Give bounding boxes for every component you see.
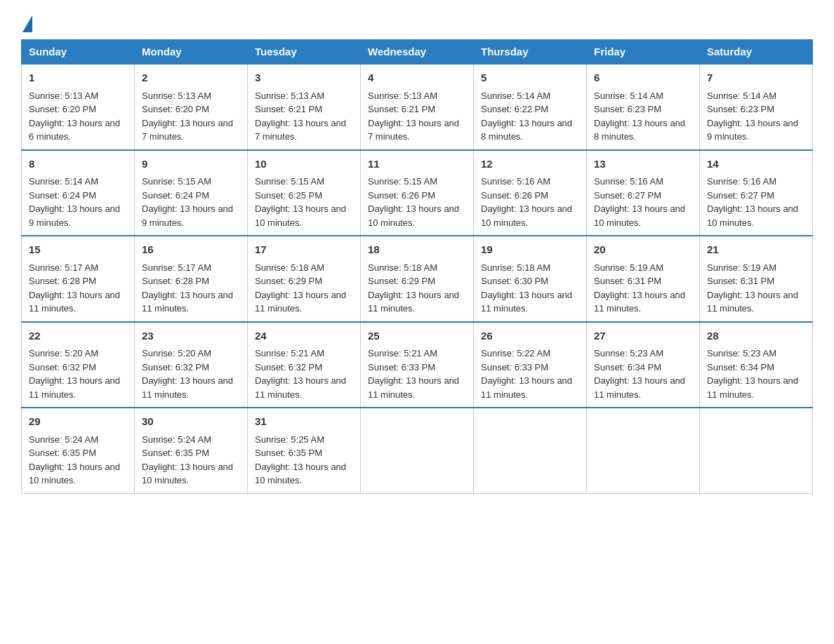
calendar-day-cell: 29 Sunrise: 5:24 AM Sunset: 6:35 PM Dayl… (22, 408, 135, 493)
calendar-day-cell: 9 Sunrise: 5:15 AM Sunset: 6:24 PM Dayli… (135, 150, 248, 236)
calendar-day-cell: 2 Sunrise: 5:13 AM Sunset: 6:20 PM Dayli… (135, 64, 248, 150)
day-number: 12 (481, 156, 579, 173)
day-sunset: Sunset: 6:35 PM (142, 448, 209, 458)
day-daylight: Daylight: 13 hours and 11 minutes. (368, 375, 459, 400)
day-sunrise: Sunrise: 5:13 AM (142, 90, 211, 101)
logo-triangle-icon (22, 15, 32, 32)
day-sunset: Sunset: 6:24 PM (29, 190, 96, 201)
day-sunset: Sunset: 6:31 PM (594, 276, 661, 286)
calendar-day-cell: 27 Sunrise: 5:23 AM Sunset: 6:34 PM Dayl… (587, 322, 700, 408)
day-daylight: Daylight: 13 hours and 10 minutes. (368, 203, 459, 228)
day-sunrise: Sunrise: 5:24 AM (142, 434, 211, 445)
day-daylight: Daylight: 13 hours and 10 minutes. (142, 462, 233, 486)
day-sunset: Sunset: 6:23 PM (594, 104, 661, 114)
day-number: 14 (707, 156, 805, 173)
day-daylight: Daylight: 13 hours and 10 minutes. (481, 203, 572, 228)
calendar-day-cell: 11 Sunrise: 5:15 AM Sunset: 6:26 PM Dayl… (361, 150, 474, 236)
day-daylight: Daylight: 13 hours and 11 minutes. (255, 290, 346, 314)
day-number: 5 (481, 70, 579, 86)
calendar-header-row: SundayMondayTuesdayWednesdayThursdayFrid… (22, 40, 813, 65)
day-number: 9 (142, 156, 240, 173)
day-sunrise: Sunrise: 5:16 AM (594, 176, 663, 187)
day-daylight: Daylight: 13 hours and 10 minutes. (594, 203, 685, 228)
header (21, 14, 813, 32)
day-sunrise: Sunrise: 5:13 AM (29, 90, 98, 101)
day-sunrise: Sunrise: 5:25 AM (255, 434, 324, 445)
calendar-day-cell: 20 Sunrise: 5:19 AM Sunset: 6:31 PM Dayl… (587, 236, 700, 322)
day-daylight: Daylight: 13 hours and 8 minutes. (594, 118, 685, 142)
day-daylight: Daylight: 13 hours and 11 minutes. (481, 375, 572, 400)
calendar-day-cell: 17 Sunrise: 5:18 AM Sunset: 6:29 PM Dayl… (248, 236, 361, 322)
day-number: 26 (481, 328, 579, 344)
calendar-week-row: 29 Sunrise: 5:24 AM Sunset: 6:35 PM Dayl… (22, 408, 813, 493)
day-daylight: Daylight: 13 hours and 8 minutes. (481, 118, 572, 142)
day-sunrise: Sunrise: 5:19 AM (707, 262, 776, 273)
day-of-week-header: Monday (135, 40, 248, 65)
day-sunrise: Sunrise: 5:24 AM (29, 434, 98, 445)
day-sunset: Sunset: 6:25 PM (255, 190, 322, 201)
day-of-week-header: Thursday (474, 40, 587, 65)
day-number: 22 (29, 328, 127, 344)
day-sunrise: Sunrise: 5:15 AM (142, 176, 211, 187)
day-of-week-header: Tuesday (248, 40, 361, 65)
day-sunset: Sunset: 6:22 PM (481, 104, 548, 114)
calendar-day-cell: 13 Sunrise: 5:16 AM Sunset: 6:27 PM Dayl… (587, 150, 700, 236)
day-number: 19 (481, 242, 579, 258)
day-daylight: Daylight: 13 hours and 9 minutes. (29, 203, 120, 228)
day-sunset: Sunset: 6:20 PM (142, 104, 209, 114)
day-sunset: Sunset: 6:26 PM (368, 190, 435, 201)
day-number: 11 (368, 156, 466, 173)
day-sunset: Sunset: 6:31 PM (707, 276, 774, 286)
day-daylight: Daylight: 13 hours and 10 minutes. (255, 203, 346, 228)
day-sunset: Sunset: 6:33 PM (368, 362, 435, 373)
day-daylight: Daylight: 13 hours and 11 minutes. (29, 290, 120, 314)
day-number: 20 (594, 242, 692, 258)
calendar-week-row: 15 Sunrise: 5:17 AM Sunset: 6:28 PM Dayl… (22, 236, 813, 322)
day-daylight: Daylight: 13 hours and 11 minutes. (481, 290, 572, 314)
day-sunset: Sunset: 6:23 PM (707, 104, 774, 114)
calendar-day-cell: 24 Sunrise: 5:21 AM Sunset: 6:32 PM Dayl… (248, 322, 361, 408)
day-number: 2 (142, 70, 240, 86)
day-sunrise: Sunrise: 5:17 AM (29, 262, 98, 273)
day-number: 28 (707, 328, 805, 344)
day-sunset: Sunset: 6:34 PM (707, 362, 774, 373)
day-sunset: Sunset: 6:21 PM (255, 104, 322, 114)
day-number: 4 (368, 70, 466, 86)
day-sunset: Sunset: 6:26 PM (481, 190, 548, 201)
day-daylight: Daylight: 13 hours and 7 minutes. (368, 118, 459, 142)
calendar-day-cell (361, 408, 474, 493)
day-sunrise: Sunrise: 5:14 AM (29, 176, 98, 187)
day-sunrise: Sunrise: 5:16 AM (481, 176, 550, 187)
logo (21, 14, 32, 32)
day-sunset: Sunset: 6:35 PM (29, 448, 96, 458)
calendar-day-cell: 8 Sunrise: 5:14 AM Sunset: 6:24 PM Dayli… (22, 150, 135, 236)
day-number: 7 (707, 70, 805, 86)
calendar-day-cell: 26 Sunrise: 5:22 AM Sunset: 6:33 PM Dayl… (474, 322, 587, 408)
calendar-week-row: 8 Sunrise: 5:14 AM Sunset: 6:24 PM Dayli… (22, 150, 813, 236)
day-of-week-header: Wednesday (361, 40, 474, 65)
day-daylight: Daylight: 13 hours and 11 minutes. (142, 290, 233, 314)
day-sunrise: Sunrise: 5:18 AM (368, 262, 437, 273)
calendar-day-cell: 16 Sunrise: 5:17 AM Sunset: 6:28 PM Dayl… (135, 236, 248, 322)
day-of-week-header: Friday (587, 40, 700, 65)
calendar-day-cell: 15 Sunrise: 5:17 AM Sunset: 6:28 PM Dayl… (22, 236, 135, 322)
calendar-day-cell: 23 Sunrise: 5:20 AM Sunset: 6:32 PM Dayl… (135, 322, 248, 408)
day-number: 16 (142, 242, 240, 258)
day-sunset: Sunset: 6:20 PM (29, 104, 96, 114)
day-sunrise: Sunrise: 5:17 AM (142, 262, 211, 273)
day-sunrise: Sunrise: 5:21 AM (368, 348, 437, 358)
day-sunset: Sunset: 6:28 PM (142, 276, 209, 286)
day-number: 15 (29, 242, 127, 258)
day-daylight: Daylight: 13 hours and 11 minutes. (29, 375, 120, 400)
day-daylight: Daylight: 13 hours and 11 minutes. (707, 290, 798, 314)
day-daylight: Daylight: 13 hours and 11 minutes. (142, 375, 233, 400)
day-sunset: Sunset: 6:30 PM (481, 276, 548, 286)
day-sunrise: Sunrise: 5:21 AM (255, 348, 324, 358)
calendar-day-cell: 6 Sunrise: 5:14 AM Sunset: 6:23 PM Dayli… (587, 64, 700, 150)
calendar-day-cell: 1 Sunrise: 5:13 AM Sunset: 6:20 PM Dayli… (22, 64, 135, 150)
day-of-week-header: Saturday (700, 40, 813, 65)
calendar-day-cell: 10 Sunrise: 5:15 AM Sunset: 6:25 PM Dayl… (248, 150, 361, 236)
day-number: 30 (142, 414, 240, 430)
day-sunset: Sunset: 6:34 PM (594, 362, 661, 373)
day-sunset: Sunset: 6:29 PM (255, 276, 322, 286)
